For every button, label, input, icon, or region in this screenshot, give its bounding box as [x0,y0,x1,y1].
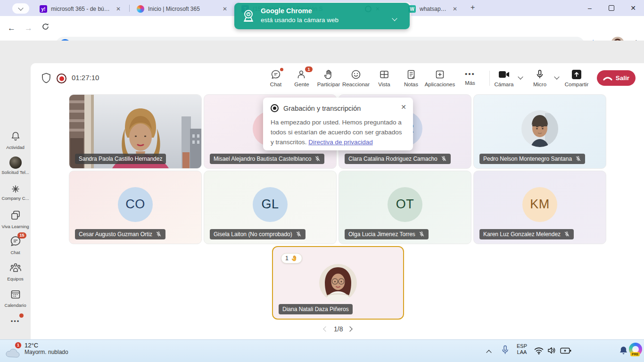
sidebar-item-actividad[interactable]: Actividad [0,131,31,150]
sidebar-more-icon[interactable]: ••• [0,318,31,325]
teams-sidebar: Actividad Solicitud Tel... Company C... … [0,63,31,339]
participant-tile[interactable]: KM Karen Luz Gonzalez Melendez [473,171,606,244]
participant-name: Karen Luz Gonzalez Melendez [483,231,561,238]
copilot-icon[interactable]: PRE [629,343,642,356]
tab-title: microsoft 365 - de búsqueda [51,6,112,12]
weather-condition: Mayorm. nublado [25,349,68,355]
back-icon[interactable]: ← [8,24,16,33]
yahoo-icon: y! [40,5,47,13]
leave-label: Salir [616,74,629,82]
chevron-down-icon[interactable] [392,16,397,21]
reload-icon[interactable] [41,23,50,33]
close-tab-icon[interactable]: ✕ [453,6,457,12]
camera-icon [497,69,511,80]
wifi-icon[interactable] [534,347,544,354]
browser-tab-4[interactable]: W whatsapp web - de búsqueda ✕ [404,2,473,16]
mic-off-icon [296,231,302,238]
chat-badge: 15 [17,232,26,239]
meeting-security-shield-icon[interactable] [41,73,51,83]
participant-tile-raised-hand[interactable]: 1 Diana Natali Daza Piñeros [272,246,404,320]
participant-tile[interactable]: OT Olga Lucia Jimenez Torres [339,171,471,244]
avatar-photo [319,264,357,302]
mic-off-icon [314,156,321,162]
battery-icon[interactable] [560,347,571,354]
viva-learning-icon [10,210,21,221]
close-tab-icon[interactable]: ✕ [116,6,121,12]
calendar-icon [10,288,21,300]
raised-hand-badge: 1 [281,253,302,263]
sidebar-item-solicitud[interactable]: Solicitud Tel... [0,156,31,175]
avatar-initials: CO [118,187,153,222]
toolbar-share-button[interactable]: Compartir [558,69,595,87]
tab-search-button[interactable] [12,3,29,14]
sidebar-item-calendario[interactable]: Calendario [0,288,31,308]
browser-tab-2[interactable]: Inicio | Microsoft 365 ✕ [132,2,244,16]
participant-tile-video[interactable]: Sandra Paola Castillo Hernandez [69,94,202,169]
camera-notification[interactable]: Google Chrome está usando la cámara web [234,3,410,29]
tray-overflow-icon[interactable] [486,350,491,355]
chat-icon [270,69,281,80]
chat-alert-dot [280,68,283,71]
notification-bell-icon[interactable] [619,346,627,355]
privacy-policy-link[interactable]: Directiva de privacidad [308,139,373,146]
participant-name: Gisela Laiton (No comprobado) [214,231,292,238]
minimize-button[interactable]: – [579,0,601,16]
toolbar-label: Micro [533,82,546,87]
sidebar-item-company[interactable]: Company C... [0,185,31,201]
weather-temp: 12°C [25,342,68,349]
company-app-icon [12,185,19,193]
participant-tile[interactable]: Pedro Nelson Montenegro Santana [473,94,606,169]
participant-name-plate: Sandra Paola Castillo Hernandez [75,154,166,164]
teams-header: T ••• [0,41,644,63]
weather-widget[interactable]: 1 12°C Mayorm. nublado [5,342,68,358]
mic-off-icon [575,156,581,162]
restore-button[interactable] [601,0,622,16]
avatar-initials: GL [253,187,288,222]
notification-title: Google Chrome [261,7,312,15]
new-tab-button[interactable]: + [471,3,475,12]
participant-tile[interactable]: GL Gisela Laiton (No comprobado) [204,171,337,244]
sidebar-item-equipos[interactable]: Equipos [0,262,31,281]
toolbar-more-button[interactable]: ••• Más [452,69,488,86]
toolbar-label: Notas [404,82,418,87]
raise-hand-icon [323,69,334,80]
recording-dialog[interactable]: Grabación y transcripción ✕ Ha empezado … [263,98,413,150]
participant-tile[interactable]: CO Cesar Augusto Guzman Ortiz [69,171,202,244]
toolbar-mic-button[interactable]: Micro [521,69,558,87]
mic-off-icon [441,156,447,162]
dialog-close-icon[interactable]: ✕ [401,103,406,111]
tab-title: whatsapp web - de búsqueda [420,6,449,12]
grid-view-icon [379,69,390,80]
sidebar-label: Calendario [0,303,31,308]
toolbar-label: Chat [270,82,281,87]
participant-name: Sandra Paola Castillo Hernandez [79,156,162,162]
leave-meeting-button[interactable]: Salir [597,70,636,86]
tab-title: Inicio | Microsoft 365 [148,6,219,12]
weather-alert-badge: 1 [15,342,22,349]
participant-name-plate: Gisela Laiton (No comprobado) [210,229,305,239]
tray-mic-icon[interactable] [501,345,509,355]
apps-plus-icon [434,69,446,80]
speaker-icon[interactable] [547,346,556,354]
sidebar-item-chat[interactable]: 15 Chat [0,235,31,255]
sidebar-label: Solicitud Tel... [0,170,31,175]
restore-icon [609,5,614,11]
sidebar-item-viva-learning[interactable]: Viva Learning [0,210,31,229]
browser-tab-1[interactable]: y! microsoft 365 - de búsqueda ✕ [35,2,137,16]
participant-name-plate: Misael Alejandro Bautista Castelblanco [210,154,324,164]
close-window-button[interactable]: ✕ [622,0,644,16]
share-screen-icon [570,69,583,80]
copilot-pre-badge: PRE [630,352,640,356]
participant-name-plate: Pedro Nelson Montenegro Santana [479,154,585,164]
close-tab-icon[interactable]: ✕ [223,6,227,12]
notes-icon [405,69,417,80]
forward-icon[interactable]: → [25,24,33,33]
toolbar-camera-button[interactable]: Cámara [486,69,522,87]
language-indicator[interactable]: ESP LAA [514,343,530,355]
sidebar-label: Actividad [0,145,31,150]
smiley-icon [350,69,362,80]
participant-name: Clara Catalina Rodriguez Camacho [348,156,438,162]
notification-body: está usando la cámara web [261,16,339,24]
raised-hand-icon [291,255,298,262]
screen: y! microsoft 365 - de búsqueda ✕ Inicio … [0,0,644,362]
